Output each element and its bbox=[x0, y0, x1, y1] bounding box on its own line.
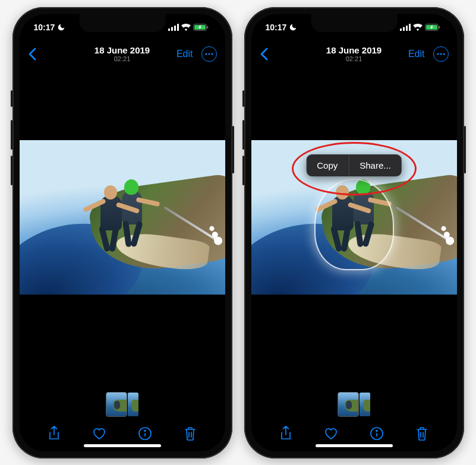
silence-switch bbox=[11, 90, 12, 107]
svg-point-21 bbox=[440, 53, 442, 55]
battery-charging-icon bbox=[425, 24, 440, 31]
svg-point-22 bbox=[443, 53, 445, 55]
cellular-signal-icon bbox=[400, 24, 411, 31]
heart-icon bbox=[92, 427, 106, 440]
svg-rect-3 bbox=[177, 24, 179, 31]
thumbnail-next[interactable] bbox=[360, 393, 370, 416]
photo-viewer[interactable]: Copy Share... bbox=[251, 68, 457, 391]
home-indicator[interactable] bbox=[316, 444, 393, 447]
svg-rect-1 bbox=[171, 27, 173, 31]
moon-icon bbox=[57, 23, 65, 31]
svg-point-7 bbox=[205, 53, 207, 55]
info-button[interactable] bbox=[133, 427, 157, 440]
wifi-icon bbox=[181, 24, 191, 31]
back-button[interactable] bbox=[260, 48, 278, 61]
thumbnail-next[interactable] bbox=[128, 393, 138, 416]
volume-down-button bbox=[11, 156, 12, 185]
moon-icon bbox=[289, 23, 297, 31]
ellipsis-icon bbox=[205, 53, 213, 55]
info-button[interactable] bbox=[365, 427, 389, 440]
delete-button[interactable] bbox=[410, 426, 434, 441]
thumbnail-strip[interactable] bbox=[20, 391, 225, 418]
ellipsis-icon bbox=[437, 53, 445, 55]
edit-button[interactable]: Edit bbox=[176, 49, 193, 59]
status-time: 10:17 bbox=[34, 23, 55, 32]
photo-time: 02:21 bbox=[326, 55, 382, 62]
screen: 10:17 18 June bbox=[251, 14, 457, 451]
delete-button[interactable] bbox=[178, 426, 202, 441]
chevron-left-icon bbox=[28, 48, 36, 61]
notch bbox=[79, 14, 165, 32]
battery-charging-icon bbox=[193, 24, 209, 31]
context-menu: Copy Share... bbox=[306, 154, 402, 176]
share-icon bbox=[280, 426, 292, 441]
volume-down-button bbox=[242, 156, 244, 185]
svg-point-25 bbox=[376, 430, 377, 431]
power-button bbox=[232, 126, 234, 173]
favorite-button[interactable] bbox=[319, 427, 343, 440]
trash-icon bbox=[416, 426, 428, 441]
notch bbox=[311, 14, 397, 32]
svg-rect-2 bbox=[174, 26, 176, 31]
info-icon bbox=[138, 427, 152, 440]
svg-rect-19 bbox=[439, 26, 440, 28]
nav-title: 18 June 2019 02:21 bbox=[94, 45, 150, 62]
volume-up-button bbox=[11, 120, 12, 150]
info-icon bbox=[370, 427, 383, 440]
svg-rect-0 bbox=[168, 29, 170, 31]
heart-icon bbox=[324, 427, 338, 440]
more-button[interactable] bbox=[201, 46, 217, 62]
cellular-signal-icon bbox=[168, 24, 179, 31]
context-copy-button[interactable]: Copy bbox=[306, 154, 348, 176]
thumbnail-strip[interactable] bbox=[251, 391, 457, 418]
photo-viewer[interactable] bbox=[20, 68, 225, 391]
nav-title: 18 June 2019 02:21 bbox=[326, 45, 382, 62]
svg-point-12 bbox=[144, 430, 146, 431]
share-button[interactable] bbox=[274, 426, 298, 441]
svg-rect-15 bbox=[406, 26, 408, 31]
home-indicator[interactable] bbox=[84, 444, 161, 447]
photo-content bbox=[20, 140, 225, 295]
share-icon bbox=[48, 426, 60, 441]
svg-point-9 bbox=[211, 53, 213, 55]
nav-header: 18 June 2019 02:21 Edit bbox=[20, 40, 225, 68]
svg-rect-16 bbox=[409, 24, 411, 31]
nav-header: 18 June 2019 02:21 Edit bbox=[251, 40, 457, 68]
wifi-icon bbox=[413, 24, 423, 31]
svg-rect-13 bbox=[400, 29, 402, 31]
power-button bbox=[464, 126, 466, 173]
trash-icon bbox=[184, 426, 196, 441]
chevron-left-icon bbox=[260, 48, 268, 61]
svg-point-20 bbox=[437, 53, 439, 55]
photo-time: 02:21 bbox=[94, 55, 150, 62]
share-button[interactable] bbox=[42, 426, 66, 441]
svg-point-8 bbox=[208, 53, 210, 55]
status-time: 10:17 bbox=[266, 23, 287, 32]
context-share-button[interactable]: Share... bbox=[348, 154, 402, 176]
svg-rect-6 bbox=[207, 26, 208, 28]
more-button[interactable] bbox=[433, 46, 449, 62]
photo-date: 18 June 2019 bbox=[326, 45, 382, 55]
thumbnail-current[interactable] bbox=[106, 393, 127, 416]
iphone-frame-right: 10:17 18 June bbox=[244, 7, 464, 458]
silence-switch bbox=[242, 90, 244, 107]
thumbnail-current[interactable] bbox=[338, 393, 358, 416]
iphone-frame-left: 10:17 18 June bbox=[12, 7, 232, 458]
screen: 10:17 18 June bbox=[20, 14, 225, 451]
back-button[interactable] bbox=[28, 48, 46, 61]
photo-date: 18 June 2019 bbox=[94, 45, 150, 55]
svg-rect-14 bbox=[403, 27, 405, 31]
volume-up-button bbox=[242, 120, 244, 150]
favorite-button[interactable] bbox=[87, 427, 111, 440]
edit-button[interactable]: Edit bbox=[408, 49, 425, 59]
